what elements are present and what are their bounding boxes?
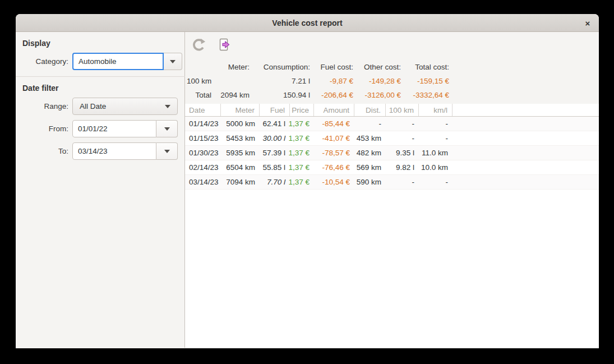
table-row[interactable]: 01/14/23 5000 km 62.41 l 1,37 € -85,44 €…: [185, 117, 599, 131]
cell-100km: -: [386, 175, 419, 189]
from-date-dropdown-button[interactable]: [156, 120, 178, 137]
from-date-combo[interactable]: 01/01/22: [72, 120, 178, 137]
column-header-date[interactable]: Date: [185, 104, 221, 116]
summary-100km-fuel-cost: -9,87 €: [310, 74, 353, 88]
cell-kml: 11.0 km: [419, 146, 453, 160]
summary-header-consumption: Consumption:: [250, 60, 310, 74]
screen-background: Vehicle cost report × Display Category: …: [0, 0, 614, 364]
close-button[interactable]: ×: [581, 16, 594, 30]
cell-date: 03/14/23: [185, 175, 221, 189]
table-row[interactable]: 03/14/23 7094 km 7.70 l 1,37 € -10,54 € …: [185, 175, 599, 190]
table-row[interactable]: 02/14/23 6504 km 55.85 l 1,37 € -76,46 €…: [185, 160, 599, 175]
cell-price: 1,37 €: [290, 131, 314, 145]
column-header-kml[interactable]: km/l: [419, 104, 453, 116]
to-date-input[interactable]: 03/14/23: [72, 142, 156, 160]
cell-100km: 9.82 l: [386, 160, 419, 174]
column-header-fuel[interactable]: Fuel: [260, 104, 290, 116]
summary-header-meter: Meter:: [211, 60, 250, 74]
cell-dist: 569 km: [354, 160, 386, 174]
cell-price: 1,37 €: [290, 160, 314, 174]
cell-date: 01/15/23: [185, 131, 221, 145]
cell-price: 1,37 €: [290, 117, 314, 131]
category-label: Category:: [22, 57, 68, 66]
column-header-dist[interactable]: Dist.: [354, 104, 386, 116]
report-main-area: Meter: Consumption: Fuel cost: Other cos…: [185, 32, 599, 348]
date-filter-section-header: Date filter: [22, 84, 178, 93]
cell-filler: [453, 146, 599, 160]
column-header-filler: [453, 104, 599, 116]
summary-corner: [185, 60, 211, 74]
cell-filler: [453, 117, 599, 131]
cell-price: 1,37 €: [290, 175, 314, 189]
cell-date: 02/14/23: [185, 160, 221, 174]
cell-amount: -85,44 €: [314, 117, 354, 131]
cell-amount: -41,07 €: [314, 131, 354, 145]
cell-100km: 9.35 l: [386, 146, 419, 160]
summary-100km-total-cost: -159,15 €: [401, 74, 449, 88]
detail-list-header: Date Meter Fuel Price Amount Dist. 100 k…: [185, 104, 599, 117]
column-header-meter[interactable]: Meter: [221, 104, 260, 116]
summary-header-total-cost: Total cost:: [401, 60, 449, 74]
cell-date: 01/30/23: [185, 146, 221, 160]
table-row[interactable]: 01/15/23 5453 km 30.00 l 1,37 € -41,07 €…: [185, 131, 599, 146]
cell-dist: 590 km: [354, 175, 386, 189]
cell-meter: 5935 km: [221, 146, 260, 160]
cell-meter: 7094 km: [221, 175, 260, 189]
cell-kml: 10.0 km: [419, 160, 453, 174]
window-title: Vehicle cost report: [272, 19, 342, 27]
column-header-amount[interactable]: Amount: [314, 104, 354, 116]
category-dropdown-button[interactable]: [164, 53, 182, 70]
summary-100km-meter: [211, 74, 250, 88]
export-button[interactable]: [216, 37, 232, 52]
titlebar[interactable]: Vehicle cost report ×: [16, 14, 599, 32]
table-row[interactable]: 01/30/23 5935 km 57.39 l 1,37 € -78,57 €…: [185, 146, 599, 160]
from-label: From:: [22, 125, 68, 133]
cell-kml: -: [419, 117, 453, 131]
range-combobox[interactable]: All Date: [72, 98, 178, 115]
summary-total-meter: 2094 km: [211, 88, 250, 102]
detail-list: Date Meter Fuel Price Amount Dist. 100 k…: [185, 104, 599, 348]
cell-fuel: 55.85 l: [260, 160, 290, 174]
cell-100km: -: [386, 131, 419, 145]
cell-fuel: 62.41 l: [260, 117, 290, 131]
cell-date: 01/14/23: [185, 117, 221, 131]
cell-filler: [453, 131, 599, 145]
summary-100km-other-cost: -149,28 €: [353, 74, 401, 88]
cell-amount: -10,54 €: [314, 175, 354, 189]
cell-dist: 453 km: [354, 131, 386, 145]
cell-fuel: 7.70 l: [260, 175, 290, 189]
summary-table: Meter: Consumption: Fuel cost: Other cos…: [185, 60, 449, 102]
cell-dist: -: [354, 117, 386, 131]
to-date-dropdown-button[interactable]: [156, 142, 178, 160]
refresh-button[interactable]: [191, 37, 206, 52]
cell-kml: -: [419, 175, 453, 189]
cell-amount: -76,46 €: [314, 160, 354, 174]
from-date-input[interactable]: 01/01/22: [72, 120, 156, 137]
sidebar-separator: [16, 76, 185, 77]
category-combo[interactable]: Automobile: [72, 53, 182, 70]
cell-fuel: 57.39 l: [260, 146, 290, 160]
cell-price: 1,37 €: [290, 146, 314, 160]
chevron-down-icon: [164, 150, 170, 153]
cell-dist: 482 km: [354, 146, 386, 160]
column-header-price[interactable]: Price: [290, 104, 314, 116]
summary-header-other-cost: Other cost:: [353, 60, 401, 74]
summary-total-other-cost: -3126,00 €: [353, 88, 401, 102]
summary-row-label: 100 km: [185, 74, 211, 88]
display-section-header: Display: [22, 39, 178, 48]
category-input[interactable]: Automobile: [72, 53, 164, 70]
summary-header-fuel-cost: Fuel cost:: [310, 60, 353, 74]
summary-total-fuel-cost: -206,64 €: [310, 88, 353, 102]
export-icon: [217, 38, 232, 52]
to-label: To:: [22, 147, 68, 155]
vehicle-cost-report-window: Vehicle cost report × Display Category: …: [16, 14, 599, 348]
cell-amount: -78,57 €: [314, 146, 354, 160]
summary-100km-consumption: 7.21 l: [250, 74, 310, 88]
column-header-100km[interactable]: 100 km: [386, 104, 419, 116]
cell-meter: 5453 km: [221, 131, 260, 145]
sidebar: Display Category: Automobile Date filter…: [16, 32, 185, 348]
range-value: All Date: [80, 102, 165, 110]
to-date-combo[interactable]: 03/14/23: [72, 142, 178, 160]
chevron-down-icon: [164, 127, 170, 131]
chevron-down-icon: [170, 60, 176, 63]
